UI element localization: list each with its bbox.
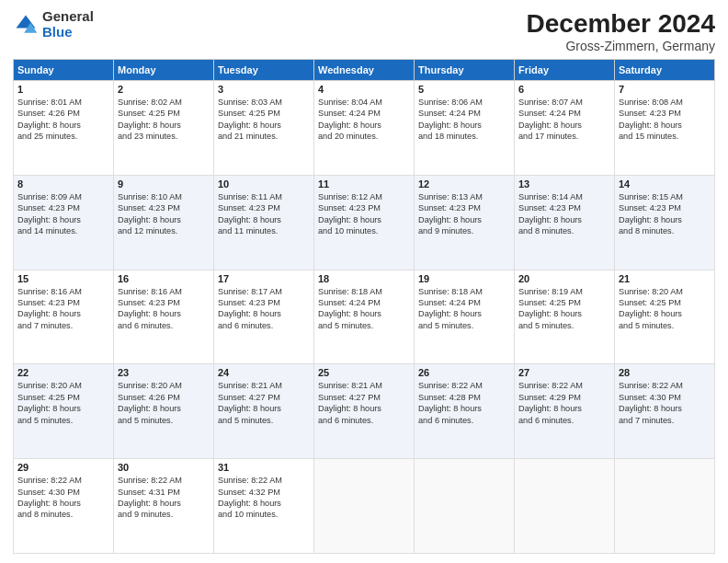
day-info: Sunrise: 8:16 AM Sunset: 4:23 PM Dayligh…: [17, 286, 109, 332]
day-number: 30: [118, 462, 210, 473]
day-number: 12: [418, 178, 510, 190]
calendar-cell: 16Sunrise: 8:16 AM Sunset: 4:23 PM Dayli…: [114, 270, 214, 364]
day-number: 23: [118, 367, 210, 378]
calendar-cell: 19Sunrise: 8:18 AM Sunset: 4:24 PM Dayli…: [415, 270, 515, 364]
calendar-table: SundayMondayTuesdayWednesdayThursdayFrid…: [13, 59, 715, 554]
calendar-cell: [314, 459, 415, 554]
calendar-cell: 5Sunrise: 8:06 AM Sunset: 4:24 PM Daylig…: [415, 81, 515, 176]
weekday-header-friday: Friday: [515, 60, 615, 81]
calendar-week-3: 15Sunrise: 8:16 AM Sunset: 4:23 PM Dayli…: [14, 270, 715, 364]
day-info: Sunrise: 8:01 AM Sunset: 4:26 PM Dayligh…: [17, 97, 109, 143]
day-number: 25: [318, 367, 410, 378]
day-info: Sunrise: 8:07 AM Sunset: 4:24 PM Dayligh…: [518, 97, 610, 143]
day-info: Sunrise: 8:17 AM Sunset: 4:23 PM Dayligh…: [218, 286, 310, 332]
day-number: 27: [518, 367, 610, 378]
day-info: Sunrise: 8:19 AM Sunset: 4:25 PM Dayligh…: [518, 286, 610, 332]
day-number: 10: [218, 178, 310, 190]
day-number: 15: [17, 273, 109, 284]
day-number: 11: [318, 178, 410, 190]
calendar-cell: 2Sunrise: 8:02 AM Sunset: 4:25 PM Daylig…: [114, 81, 214, 176]
day-info: Sunrise: 8:20 AM Sunset: 4:26 PM Dayligh…: [118, 380, 210, 426]
day-number: 2: [118, 84, 210, 95]
day-number: 18: [318, 273, 410, 284]
calendar-cell: 28Sunrise: 8:22 AM Sunset: 4:30 PM Dayli…: [615, 364, 715, 459]
calendar-week-5: 29Sunrise: 8:22 AM Sunset: 4:30 PM Dayli…: [14, 459, 715, 554]
day-info: Sunrise: 8:09 AM Sunset: 4:23 PM Dayligh…: [17, 191, 109, 237]
day-number: 31: [218, 462, 310, 473]
weekday-header-tuesday: Tuesday: [214, 60, 314, 81]
calendar-cell: 8Sunrise: 8:09 AM Sunset: 4:23 PM Daylig…: [14, 175, 114, 270]
day-info: Sunrise: 8:03 AM Sunset: 4:25 PM Dayligh…: [218, 97, 310, 143]
day-info: Sunrise: 8:08 AM Sunset: 4:23 PM Dayligh…: [619, 97, 711, 143]
day-number: 29: [17, 462, 109, 473]
logo: General Blue: [13, 9, 94, 40]
calendar-cell: 24Sunrise: 8:21 AM Sunset: 4:27 PM Dayli…: [214, 364, 314, 459]
calendar-cell: 23Sunrise: 8:20 AM Sunset: 4:26 PM Dayli…: [114, 364, 214, 459]
day-number: 8: [17, 178, 109, 190]
logo-blue: Blue: [42, 25, 94, 40]
weekday-header-thursday: Thursday: [415, 60, 515, 81]
calendar-cell: 26Sunrise: 8:22 AM Sunset: 4:28 PM Dayli…: [415, 364, 515, 459]
day-number: 20: [518, 273, 610, 284]
calendar-cell: 1Sunrise: 8:01 AM Sunset: 4:26 PM Daylig…: [14, 81, 114, 176]
header: General Blue December 2024 Gross-Zimmern…: [13, 9, 715, 53]
day-info: Sunrise: 8:22 AM Sunset: 4:28 PM Dayligh…: [418, 380, 510, 426]
page: General Blue December 2024 Gross-Zimmern…: [0, 0, 728, 563]
logo-icon: [13, 12, 39, 38]
day-info: Sunrise: 8:04 AM Sunset: 4:24 PM Dayligh…: [318, 97, 410, 143]
weekday-header-sunday: Sunday: [14, 60, 114, 81]
day-info: Sunrise: 8:15 AM Sunset: 4:23 PM Dayligh…: [619, 191, 711, 237]
day-number: 17: [218, 273, 310, 284]
day-number: 1: [17, 84, 109, 95]
day-info: Sunrise: 8:18 AM Sunset: 4:24 PM Dayligh…: [418, 286, 510, 332]
calendar-cell: [415, 459, 515, 554]
day-info: Sunrise: 8:06 AM Sunset: 4:24 PM Dayligh…: [418, 97, 510, 143]
calendar-cell: 15Sunrise: 8:16 AM Sunset: 4:23 PM Dayli…: [14, 270, 114, 364]
day-number: 3: [218, 84, 310, 95]
calendar-cell: 27Sunrise: 8:22 AM Sunset: 4:29 PM Dayli…: [515, 364, 615, 459]
calendar-cell: 14Sunrise: 8:15 AM Sunset: 4:23 PM Dayli…: [615, 175, 715, 270]
day-info: Sunrise: 8:18 AM Sunset: 4:24 PM Dayligh…: [318, 286, 410, 332]
day-info: Sunrise: 8:22 AM Sunset: 4:29 PM Dayligh…: [518, 380, 610, 426]
day-number: 21: [619, 273, 711, 284]
calendar-cell: 9Sunrise: 8:10 AM Sunset: 4:23 PM Daylig…: [114, 175, 214, 270]
calendar-week-2: 8Sunrise: 8:09 AM Sunset: 4:23 PM Daylig…: [14, 175, 715, 270]
day-info: Sunrise: 8:20 AM Sunset: 4:25 PM Dayligh…: [619, 286, 711, 332]
calendar-cell: 30Sunrise: 8:22 AM Sunset: 4:31 PM Dayli…: [114, 459, 214, 554]
day-info: Sunrise: 8:11 AM Sunset: 4:23 PM Dayligh…: [218, 191, 310, 237]
day-info: Sunrise: 8:22 AM Sunset: 4:30 PM Dayligh…: [17, 475, 109, 521]
calendar-week-4: 22Sunrise: 8:20 AM Sunset: 4:25 PM Dayli…: [14, 364, 715, 459]
calendar-cell: [615, 459, 715, 554]
calendar-cell: 12Sunrise: 8:13 AM Sunset: 4:23 PM Dayli…: [415, 175, 515, 270]
day-info: Sunrise: 8:12 AM Sunset: 4:23 PM Dayligh…: [318, 191, 410, 237]
day-info: Sunrise: 8:21 AM Sunset: 4:27 PM Dayligh…: [218, 380, 310, 426]
weekday-header-saturday: Saturday: [615, 60, 715, 81]
month-title: December 2024: [527, 9, 715, 39]
day-info: Sunrise: 8:02 AM Sunset: 4:25 PM Dayligh…: [118, 97, 210, 143]
day-number: 9: [118, 178, 210, 190]
day-info: Sunrise: 8:14 AM Sunset: 4:23 PM Dayligh…: [518, 191, 610, 237]
day-info: Sunrise: 8:22 AM Sunset: 4:32 PM Dayligh…: [218, 475, 310, 521]
calendar-cell: 18Sunrise: 8:18 AM Sunset: 4:24 PM Dayli…: [314, 270, 415, 364]
day-number: 24: [218, 367, 310, 378]
weekday-header-monday: Monday: [114, 60, 214, 81]
day-number: 7: [619, 84, 711, 95]
day-number: 14: [619, 178, 711, 190]
logo-general: General: [42, 9, 94, 25]
day-number: 28: [619, 367, 711, 378]
calendar-cell: 10Sunrise: 8:11 AM Sunset: 4:23 PM Dayli…: [214, 175, 314, 270]
calendar-cell: 29Sunrise: 8:22 AM Sunset: 4:30 PM Dayli…: [14, 459, 114, 554]
day-number: 22: [17, 367, 109, 378]
calendar-cell: 22Sunrise: 8:20 AM Sunset: 4:25 PM Dayli…: [14, 364, 114, 459]
calendar-cell: [515, 459, 615, 554]
day-info: Sunrise: 8:16 AM Sunset: 4:23 PM Dayligh…: [118, 286, 210, 332]
day-info: Sunrise: 8:10 AM Sunset: 4:23 PM Dayligh…: [118, 191, 210, 237]
calendar-cell: 13Sunrise: 8:14 AM Sunset: 4:23 PM Dayli…: [515, 175, 615, 270]
day-number: 5: [418, 84, 510, 95]
calendar-cell: 3Sunrise: 8:03 AM Sunset: 4:25 PM Daylig…: [214, 81, 314, 176]
calendar-cell: 31Sunrise: 8:22 AM Sunset: 4:32 PM Dayli…: [214, 459, 314, 554]
day-info: Sunrise: 8:21 AM Sunset: 4:27 PM Dayligh…: [318, 380, 410, 426]
day-number: 16: [118, 273, 210, 284]
calendar-cell: 20Sunrise: 8:19 AM Sunset: 4:25 PM Dayli…: [515, 270, 615, 364]
calendar-week-1: 1Sunrise: 8:01 AM Sunset: 4:26 PM Daylig…: [14, 81, 715, 176]
